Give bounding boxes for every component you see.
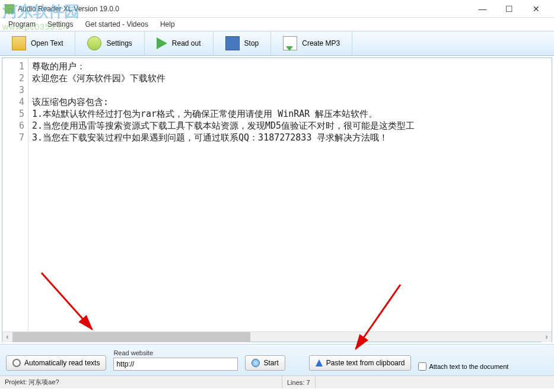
paste-clipboard-button[interactable]: Paste text from clipboard (309, 355, 412, 371)
read-out-button[interactable]: Read out (145, 31, 214, 55)
minimize-button[interactable]: — (469, 1, 496, 17)
auto-read-icon (12, 359, 21, 367)
line-number-gutter: 1234567 (2, 58, 28, 332)
text-line (32, 84, 548, 96)
statusbar: Projekt: 河东项ae? Lines: 7 (0, 375, 554, 388)
url-input[interactable] (113, 358, 238, 371)
attach-label: Attach text to the document (429, 363, 508, 370)
settings-button[interactable]: Settings (75, 31, 144, 55)
read-website-label: Read website (113, 349, 238, 356)
read-website-group: Read website (113, 349, 238, 371)
app-icon (5, 4, 14, 14)
open-text-button[interactable]: Open Text (0, 31, 75, 55)
maximize-button[interactable]: ☐ (496, 1, 523, 17)
text-content[interactable]: 尊敬的用户： 欢迎您在《河东软件园》下载软件 该压缩包内容包含: 1.本站默认软… (28, 58, 552, 332)
text-line: 该压缩包内容包含: (32, 96, 548, 108)
attach-checkbox-group[interactable]: Attach text to the document (418, 362, 508, 371)
stop-icon (225, 36, 240, 50)
menubar: Program Settings Get started - Videos He… (0, 18, 554, 31)
close-button[interactable]: ✕ (523, 1, 549, 17)
window-title: Audio Reader XL Version 19.0.0 (18, 5, 469, 13)
status-projekt: Projekt: 河东项ae? (0, 376, 282, 388)
horizontal-scrollbar[interactable]: ‹ › (2, 332, 552, 342)
menu-help[interactable]: Help (155, 19, 180, 30)
settings-label: Settings (106, 39, 132, 47)
settings-icon (87, 36, 101, 50)
menu-settings[interactable]: Settings (43, 19, 78, 30)
scroll-thumb[interactable] (12, 332, 250, 342)
text-line: 3.当您在下载安装过程中如果遇到问题，可通过联系QQ：3187272833 寻求… (32, 132, 548, 144)
paste-up-arrow-icon (316, 359, 323, 366)
stop-label: Stop (244, 39, 259, 47)
paste-label: Paste text from clipboard (326, 359, 405, 367)
auto-read-button[interactable]: Automatically read texts (6, 355, 106, 371)
menu-get-started[interactable]: Get started - Videos (80, 19, 153, 30)
globe-icon (251, 359, 260, 367)
text-line: 欢迎您在《河东软件园》下载软件 (32, 72, 548, 84)
stop-button[interactable]: Stop (214, 31, 272, 55)
menu-program[interactable]: Program (4, 19, 40, 30)
start-button[interactable]: Start (245, 355, 285, 371)
scroll-right-arrow[interactable]: › (542, 332, 552, 342)
read-out-label: Read out (172, 39, 201, 47)
open-text-label: Open Text (31, 39, 63, 47)
text-editor[interactable]: 1234567 尊敬的用户： 欢迎您在《河东软件园》下载软件 该压缩包内容包含:… (2, 58, 552, 332)
scroll-left-arrow[interactable]: ‹ (2, 332, 12, 342)
text-line: 1.本站默认软件经过打包为rar格式，为确保正常使用请使用 WinRAR 解压本… (32, 108, 548, 120)
scroll-track[interactable] (12, 332, 542, 342)
text-line: 2.当您使用迅雷等搜索资源式下载工具下载本站资源，发现MD5值验证不对时，很可能… (32, 120, 548, 132)
attach-checkbox[interactable] (418, 362, 426, 371)
window-controls: — ☐ ✕ (469, 1, 549, 17)
start-label: Start (263, 359, 278, 367)
open-file-icon (12, 36, 26, 50)
play-icon (157, 37, 167, 49)
status-lines: Lines: 7 (282, 376, 316, 388)
editor-container: 1234567 尊敬的用户： 欢迎您在《河东软件园》下载软件 该压缩包内容包含:… (2, 58, 552, 342)
titlebar: Audio Reader XL Version 19.0.0 — ☐ ✕ (0, 0, 554, 18)
create-mp3-button[interactable]: Create MP3 (271, 31, 352, 55)
text-line: 尊敬的用户： (32, 60, 548, 72)
create-mp3-label: Create MP3 (302, 39, 340, 47)
auto-read-label: Automatically read texts (24, 359, 100, 367)
bottom-panel: Automatically read texts Read website St… (0, 344, 554, 375)
toolbar: Open Text Settings Read out Stop Create … (0, 31, 554, 56)
mp3-icon (283, 36, 297, 50)
